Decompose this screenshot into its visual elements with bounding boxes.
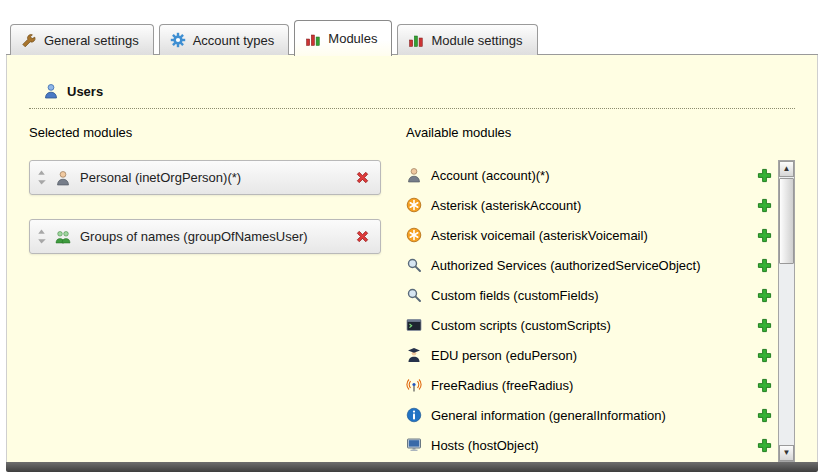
add-module-button[interactable] [756,287,772,303]
available-module-row: EDU person (eduPerson) [406,340,772,370]
available-module-label: EDU person (eduPerson) [431,348,577,363]
reorder-handle-icon[interactable] [37,229,46,244]
available-module-row: Account (account)(*) [406,160,772,190]
tab-module-settings[interactable]: Module settings [397,24,537,55]
scroll-up-button[interactable]: ▲ [779,161,794,177]
magnifier-icon [406,257,422,273]
selected-modules-heading: Selected modules [29,125,406,140]
available-modules-heading: Available modules [406,125,795,140]
add-module-button[interactable] [756,377,772,393]
gear-icon [170,32,186,48]
vertical-scrollbar[interactable]: ▲ ▼ [778,160,795,462]
wrench-icon [21,32,37,48]
tab-label: Account types [193,33,275,48]
radio-icon [406,377,422,393]
scrollbar-thumb[interactable] [779,178,794,264]
selected-module-label: Personal (inetOrgPerson)(*) [80,170,345,185]
user-icon [43,83,59,99]
reorder-handle-icon[interactable] [37,170,46,185]
computer-icon [406,437,422,453]
add-module-button[interactable] [756,257,772,273]
available-module-label: FreeRadius (freeRadius) [431,378,573,393]
available-module-row: Hosts (hostObject) [406,430,772,460]
remove-module-button[interactable] [354,229,370,245]
add-module-button[interactable] [756,167,772,183]
add-module-button[interactable] [756,227,772,243]
asterisk-icon [406,227,422,243]
tab-modules[interactable]: Modules [294,20,392,56]
tab-account-types[interactable]: Account types [159,24,290,55]
group-icon [55,229,71,245]
available-module-row: FreeRadius (freeRadius) [406,370,772,400]
remove-module-button[interactable] [354,170,370,186]
add-module-button[interactable] [756,437,772,453]
section-title: Users [67,84,103,99]
scroll-down-arrow-icon: ▼ [783,449,791,457]
tab-bar: General settings Account types Modules M… [0,0,824,55]
available-module-row: Asterisk (asteriskAccount) [406,190,772,220]
available-module-label: Account (account)(*) [431,168,550,183]
available-module-label: Custom scripts (customScripts) [431,318,611,333]
available-module-label: General information (generalInformation) [431,408,666,423]
tab-label: General settings [44,33,139,48]
available-module-label: Asterisk (asteriskAccount) [431,198,581,213]
selected-module-row[interactable]: Groups of names (groupOfNamesUser) [29,219,381,254]
add-module-button[interactable] [756,197,772,213]
add-module-button[interactable] [756,317,772,333]
module-settings-chart-icon [408,32,424,48]
person-icon [55,170,71,186]
available-module-label: Custom fields (customFields) [431,288,599,303]
person-icon [406,167,422,183]
terminal-icon [406,317,422,333]
available-modules-list-wrap: Account (account)(*) Asterisk (asteriskA… [406,160,795,462]
scrollbar-track[interactable] [779,177,794,445]
tab-general-settings[interactable]: General settings [10,24,154,55]
add-module-button[interactable] [756,347,772,363]
footer-bar [6,462,818,472]
modules-columns: Selected modules Personal (inetOrgPerson… [29,125,795,462]
info-icon [406,407,422,423]
graduate-icon [406,347,422,363]
available-module-row: Asterisk voicemail (asteriskVoicemail) [406,220,772,250]
add-module-button[interactable] [756,407,772,423]
available-modules-column: Available modules Account (account)(*) [406,125,795,462]
selected-modules-column: Selected modules Personal (inetOrgPerson… [29,125,406,462]
selected-module-label: Groups of names (groupOfNamesUser) [80,229,345,244]
available-module-row: Custom fields (customFields) [406,280,772,310]
selected-module-row[interactable]: Personal (inetOrgPerson)(*) [29,160,381,195]
magnifier-icon [406,287,422,303]
available-module-label: Authorized Services (authorizedServiceOb… [431,258,701,273]
available-module-label: Asterisk voicemail (asteriskVoicemail) [431,228,648,243]
available-module-label: Hosts (hostObject) [431,438,539,453]
tab-label: Module settings [431,33,522,48]
scroll-down-button[interactable]: ▼ [779,445,794,461]
modules-panel: Users Selected modules Personal (inetOrg… [6,55,818,462]
available-module-row: Custom scripts (customScripts) [406,310,772,340]
users-section-header: Users [29,61,795,109]
available-module-row: Authorized Services (authorizedServiceOb… [406,250,772,280]
tab-label: Modules [328,31,377,46]
asterisk-icon [406,197,422,213]
available-modules-list: Account (account)(*) Asterisk (asteriskA… [406,160,778,462]
available-module-row: General information (generalInformation) [406,400,772,430]
modules-chart-icon [305,31,321,47]
scroll-up-arrow-icon: ▲ [783,165,791,173]
